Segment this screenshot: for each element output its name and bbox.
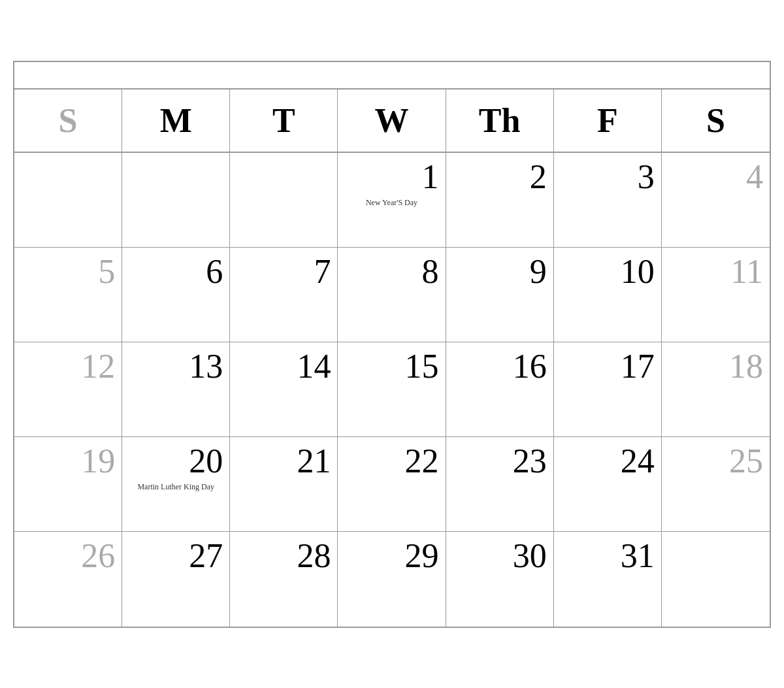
calendar-cell: 1New Year'S Day [338,153,446,248]
calendar-cell: 27 [122,532,230,627]
day-number: 8 [344,253,438,290]
calendar-cell: 7 [230,248,338,342]
calendar-cell: 23 [446,437,554,532]
day-number: 11 [668,253,763,290]
day-number: 21 [237,442,331,480]
calendar-cell: 15 [338,342,446,437]
calendar-cell: 14 [230,342,338,437]
calendar-cell: 26 [14,532,122,627]
day-number: 7 [237,253,331,290]
calendar-cell: 24 [554,437,662,532]
day-header-s: S [662,90,770,153]
calendar-cell: 22 [338,437,446,532]
calendar-title [14,62,770,90]
calendar-cell: 21 [230,437,338,532]
calendar-cell: 19 [14,437,122,532]
day-number: 16 [453,348,547,385]
calendar-cell: 18 [662,342,770,437]
day-number: 17 [561,348,655,385]
calendar-cell: 29 [338,532,446,627]
day-number: 12 [21,348,115,385]
calendar-cell: 4 [662,153,770,248]
day-number: 31 [561,537,655,574]
day-number: 15 [344,348,438,385]
day-number: 28 [237,537,331,574]
calendar-cell: 20Martin Luther King Day [122,437,230,532]
calendar-cell: 28 [230,532,338,627]
calendar-cell: 13 [122,342,230,437]
calendar-cell [14,153,122,248]
day-number: 27 [129,537,223,574]
calendar: SMTWThFS1New Year'S Day23456789101112131… [13,61,771,628]
day-number: 20 [129,442,223,480]
day-number: 6 [129,253,223,290]
calendar-cell: 10 [554,248,662,342]
day-number: 25 [668,442,763,480]
day-number: 29 [344,537,438,574]
day-number: 23 [453,442,547,480]
calendar-cell: 8 [338,248,446,342]
day-number: 1 [344,158,438,195]
calendar-cell: 17 [554,342,662,437]
calendar-cell: 16 [446,342,554,437]
day-header-t: T [230,90,338,153]
calendar-grid: SMTWThFS1New Year'S Day23456789101112131… [14,90,770,627]
holiday-label: New Year'S Day [344,198,438,208]
day-number: 10 [561,253,655,290]
calendar-cell: 3 [554,153,662,248]
day-number: 3 [561,158,655,195]
day-number: 22 [344,442,438,480]
calendar-cell: 25 [662,437,770,532]
day-header-th: Th [446,90,554,153]
calendar-cell [122,153,230,248]
day-number: 5 [21,253,115,290]
calendar-cell: 31 [554,532,662,627]
day-header-w: W [338,90,446,153]
day-header-s: S [14,90,122,153]
calendar-cell: 2 [446,153,554,248]
calendar-cell: 5 [14,248,122,342]
day-number: 13 [129,348,223,385]
calendar-cell: 6 [122,248,230,342]
day-number: 9 [453,253,547,290]
calendar-cell: 30 [446,532,554,627]
calendar-cell: 12 [14,342,122,437]
day-number: 30 [453,537,547,574]
day-number: 14 [237,348,331,385]
day-number: 2 [453,158,547,195]
calendar-cell [662,532,770,627]
day-number: 19 [21,442,115,480]
day-number: 26 [21,537,115,574]
calendar-cell [230,153,338,248]
day-number: 24 [561,442,655,480]
calendar-cell: 11 [662,248,770,342]
day-number: 4 [668,158,763,195]
calendar-cell: 9 [446,248,554,342]
day-header-f: F [554,90,662,153]
day-number: 18 [668,348,763,385]
day-header-m: M [122,90,230,153]
holiday-label: Martin Luther King Day [129,482,223,493]
